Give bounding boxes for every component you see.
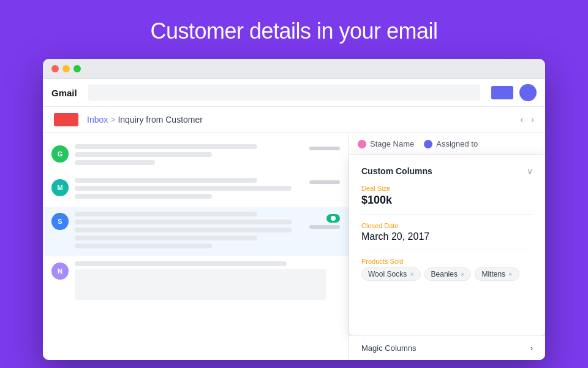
products-sold-label: Products Sold [361, 258, 533, 265]
email-line [75, 194, 212, 199]
email-line [75, 236, 257, 240]
stage-label: Stage Name [370, 139, 414, 148]
section-header: Custom Columns ∨ [361, 166, 533, 176]
toolbar-button[interactable] [491, 86, 513, 99]
stage-tag: Stage Name [358, 139, 414, 148]
toolbar: Gmail [43, 79, 545, 107]
tags-row: Stage Name Assigned to [349, 133, 545, 155]
list-item[interactable]: N [43, 256, 349, 308]
products-tags: Wool Socks × Beanies × Mittens × [361, 267, 533, 281]
divider [361, 214, 533, 215]
email-preview [75, 144, 303, 168]
magic-columns-row[interactable]: Magic Columns › [349, 335, 545, 360]
breadcrumb-separator: > [110, 115, 115, 125]
avatar: M [51, 179, 69, 196]
email-meta [309, 225, 340, 229]
divider [361, 250, 533, 250]
list-item[interactable]: G [43, 139, 349, 173]
tag-wool-socks-remove[interactable]: × [410, 270, 413, 278]
chevron-down-icon[interactable]: ∨ [527, 166, 533, 176]
main-content: G M [43, 133, 545, 360]
products-sold-field: Products Sold Wool Socks × Beanies × Mit… [361, 258, 533, 281]
email-preview [75, 212, 303, 251]
tag-beanies-label: Beanies [431, 270, 458, 278]
search-bar[interactable] [88, 85, 480, 101]
magic-columns-chevron: › [530, 343, 533, 353]
email-line [75, 160, 155, 165]
nav-right-arrow[interactable]: › [531, 114, 534, 125]
assigned-label: Assigned to [436, 139, 478, 148]
email-line [75, 261, 287, 266]
avatar: S [51, 213, 69, 230]
breadcrumb-inbox[interactable]: Inbox [87, 115, 108, 125]
list-item-active[interactable]: S [43, 207, 349, 256]
dot-red[interactable] [51, 65, 59, 72]
assigned-dot [424, 140, 432, 148]
page-title: Customer details in your email [150, 18, 437, 44]
avatar: G [51, 145, 69, 163]
email-line [75, 212, 257, 217]
breadcrumb: Inbox > Inquiry from Customer [87, 115, 203, 125]
tag-mittens-label: Mittens [481, 270, 505, 278]
email-meta [309, 180, 340, 184]
deal-size-field: Deal Size $100k [361, 185, 533, 207]
email-line [75, 152, 212, 157]
email-line [75, 178, 257, 183]
tag-mittens[interactable]: Mittens × [475, 267, 519, 281]
breadcrumb-page: Inquiry from Customer [118, 115, 202, 125]
tag-beanies[interactable]: Beanies × [424, 267, 472, 281]
eye-badge [326, 214, 340, 223]
email-line [75, 228, 292, 232]
nav-left-arrow[interactable]: ‹ [520, 114, 523, 125]
nav-arrows: ‹ › [520, 114, 534, 125]
email-list: G M [43, 133, 349, 360]
dot-yellow[interactable] [62, 65, 70, 72]
back-button[interactable] [54, 113, 78, 126]
closed-date-label: Closed Date [361, 222, 533, 229]
eye-icon [331, 216, 336, 221]
email-line [75, 243, 212, 248]
browser-window: Gmail Inbox > Inquiry from Customer ‹ › … [43, 59, 545, 360]
deal-size-label: Deal Size [361, 185, 533, 192]
list-item[interactable]: M [43, 173, 349, 207]
tag-wool-socks[interactable]: Wool Socks × [361, 267, 421, 281]
email-line [75, 220, 292, 224]
magic-columns-label: Magic Columns [361, 343, 417, 353]
stage-dot [358, 140, 366, 148]
dot-green[interactable] [74, 65, 81, 72]
title-bar [43, 59, 545, 79]
right-panel: Stage Name Assigned to Custom Columns ∨ … [349, 133, 545, 360]
tag-beanies-remove[interactable]: × [461, 270, 464, 278]
email-preview [75, 261, 340, 303]
deal-size-value: $100k [361, 194, 533, 207]
toolbar-logo: Gmail [51, 88, 77, 98]
email-header: Inbox > Inquiry from Customer ‹ › [43, 107, 545, 133]
email-line [75, 144, 257, 149]
detail-card: Custom Columns ∨ Deal Size $100k Closed … [349, 155, 545, 335]
tag-wool-socks-label: Wool Socks [368, 270, 407, 278]
closed-date-value: March 20, 2017 [361, 231, 533, 242]
email-preview [75, 178, 303, 202]
closed-date-field: Closed Date March 20, 2017 [361, 222, 533, 242]
avatar: N [51, 263, 69, 280]
email-meta [309, 147, 340, 150]
tag-mittens-remove[interactable]: × [508, 270, 512, 278]
email-line [75, 186, 292, 191]
user-avatar[interactable] [519, 84, 537, 101]
section-title: Custom Columns [361, 166, 432, 176]
assigned-tag: Assigned to [424, 139, 478, 148]
email-body-preview [75, 269, 326, 300]
